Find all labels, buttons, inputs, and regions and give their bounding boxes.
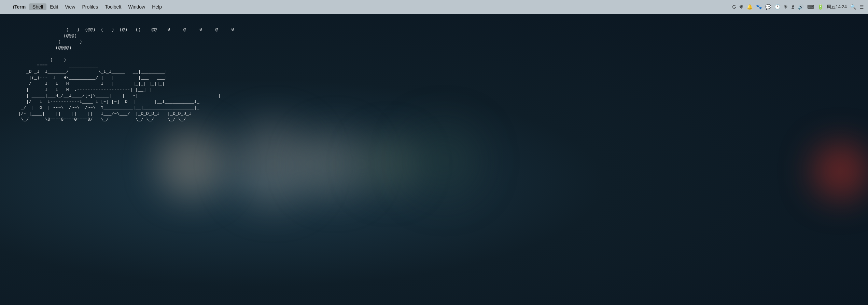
menubar-left: iTerm Shell Edit View Profiles Toolbelt … [4,3,165,10]
volume-icon[interactable]: 🔊 [798,4,804,10]
keyboard-icon[interactable]: ⌨ [807,4,814,10]
time-machine-icon[interactable]: 🕐 [774,4,780,10]
wechat-icon[interactable]: 💬 [765,4,771,10]
menubar: iTerm Shell Edit View Profiles Toolbelt … [0,0,868,14]
menu-profiles[interactable]: Profiles [79,3,101,10]
dropbox-icon[interactable]: ❋ [739,4,743,10]
asterisk-icon[interactable]: ✳ [784,4,788,10]
menubar-right: G ❋ 🔔 🐾 💬 🕐 ✳ ⊻ 🔊 ⌨ 🔋 周五14:24 🔍 ☰ [732,4,864,10]
wifi-icon[interactable]: ⊻ [791,4,795,10]
clock-display: 周五14:24 [827,4,847,10]
menu-help[interactable]: Help [149,3,165,10]
search-icon[interactable]: 🔍 [850,4,856,10]
menu-shell[interactable]: Shell [29,3,46,10]
terminal-area[interactable]: ( ) (@@) ( ) (@) () @@ 0 @ 0 @ 0 (@@@) (… [0,14,868,305]
bell-icon-1[interactable]: 🔔 [747,4,753,10]
bell-icon-2[interactable]: 🐾 [756,4,762,10]
menu-view[interactable]: View [61,3,79,10]
ascii-art-display: ( ) (@@) ( ) (@) () @@ 0 @ 0 @ 0 (@@@) (… [10,27,858,123]
menu-window[interactable]: Window [125,3,149,10]
menu-toolbelt[interactable]: Toolbelt [101,3,125,10]
menu-iterm[interactable]: iTerm [10,3,29,10]
g-icon[interactable]: G [732,4,736,10]
battery-icon[interactable]: 🔋 [817,4,823,10]
list-icon[interactable]: ☰ [859,4,864,10]
menu-edit[interactable]: Edit [46,3,61,10]
